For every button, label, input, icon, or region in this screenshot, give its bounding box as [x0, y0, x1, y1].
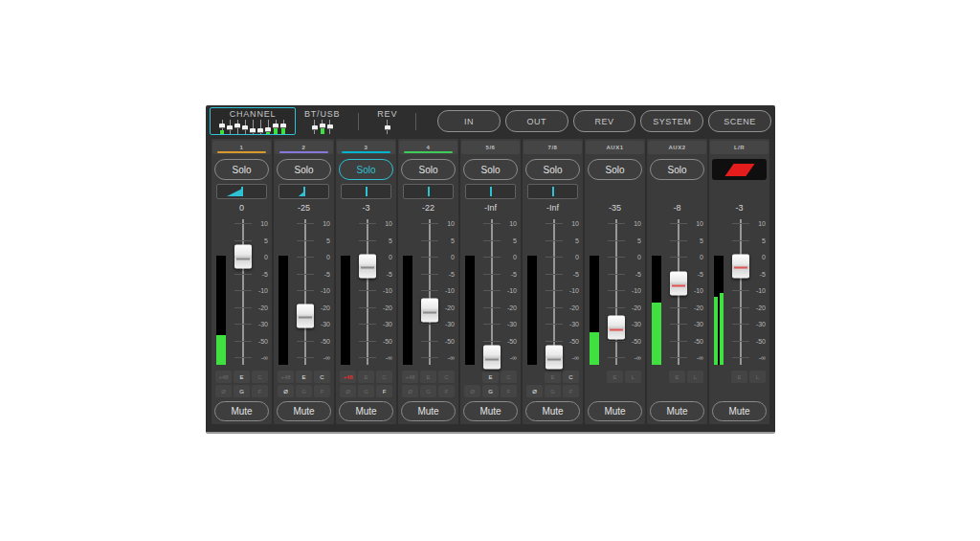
- channel-header-4[interactable]: 4: [399, 141, 457, 154]
- c-button[interactable]: C: [563, 371, 579, 383]
- c-button[interactable]: C: [376, 371, 392, 383]
- rev-button[interactable]: REV: [573, 110, 636, 132]
- e-button[interactable]: E: [420, 371, 436, 383]
- solo-button[interactable]: Solo: [339, 159, 393, 180]
- pan-control[interactable]: [403, 184, 454, 199]
- l-button[interactable]: L: [625, 371, 641, 383]
- pan-wedge-icon: [227, 189, 242, 196]
- solo-button[interactable]: Solo: [650, 159, 704, 180]
- fader-cap[interactable]: [359, 254, 376, 278]
- scale-tick: [670, 324, 687, 325]
- mute-button[interactable]: Mute: [401, 401, 456, 421]
- mute-row: Mute: [712, 401, 767, 421]
- l-button[interactable]: L: [749, 371, 766, 383]
- --button[interactable]: Ø: [340, 385, 356, 397]
- mute-button[interactable]: Mute: [463, 401, 518, 421]
- g-button[interactable]: G: [234, 385, 250, 397]
- e-button[interactable]: E: [296, 371, 312, 383]
- channel-header-5-6[interactable]: 5/6: [461, 141, 520, 154]
- out-button[interactable]: OUT: [505, 110, 568, 132]
- scale-tick: [546, 274, 563, 275]
- channel-strip-1: 1Solo01050-5-10-20-30-50-∞+48ECØGFMute: [212, 139, 272, 424]
- solo-button[interactable]: Solo: [401, 159, 456, 180]
- scale-label: 0: [451, 254, 455, 260]
- tab-rev[interactable]: REV: [368, 107, 406, 135]
- c-button[interactable]: C: [252, 371, 268, 383]
- mute-button[interactable]: Mute: [525, 401, 580, 421]
- fader-cap[interactable]: [546, 346, 563, 370]
- --button[interactable]: Ø: [278, 385, 294, 397]
- f-button[interactable]: F: [314, 385, 330, 397]
- pan-control[interactable]: [341, 184, 391, 199]
- g-button[interactable]: G: [296, 385, 312, 397]
- -48-button[interactable]: +48: [278, 371, 294, 383]
- solo-button[interactable]: Solo: [525, 159, 580, 180]
- mute-button[interactable]: Mute: [339, 401, 393, 421]
- channel-header-1[interactable]: 1: [212, 141, 271, 154]
- --button[interactable]: Ø: [402, 385, 418, 397]
- system-button[interactable]: SYSTEM: [640, 110, 703, 132]
- pan-control[interactable]: [278, 184, 329, 199]
- -48-button[interactable]: +48: [340, 371, 356, 383]
- fader-cap[interactable]: [297, 304, 314, 327]
- solo-button[interactable]: Solo: [588, 159, 642, 180]
- e-button[interactable]: E: [234, 371, 250, 383]
- fader-cap[interactable]: [670, 272, 687, 296]
- channel-header-l-r[interactable]: L/R: [710, 141, 768, 154]
- e-button[interactable]: E: [545, 371, 561, 383]
- fader-cap[interactable]: [421, 299, 438, 323]
- g-button[interactable]: G: [545, 385, 561, 397]
- tab-bt-usb[interactable]: BT/USB: [296, 107, 348, 135]
- solo-button[interactable]: Solo: [463, 159, 518, 180]
- e-button[interactable]: E: [669, 371, 685, 383]
- fader-cap[interactable]: [483, 346, 501, 370]
- f-button[interactable]: F: [501, 385, 517, 397]
- scale-tick: [732, 290, 749, 291]
- c-button[interactable]: C: [501, 371, 517, 383]
- l-button[interactable]: L: [687, 371, 703, 383]
- channel-header-2[interactable]: 2: [275, 141, 333, 154]
- g-button[interactable]: G: [358, 385, 374, 397]
- solo-row: Solo: [588, 159, 642, 180]
- pan-control[interactable]: [216, 184, 267, 199]
- pan-center-line: [552, 187, 554, 197]
- scene-button[interactable]: SCENE: [708, 110, 771, 132]
- f-button[interactable]: F: [376, 385, 392, 397]
- solo-button[interactable]: Solo: [214, 159, 269, 180]
- pan-control[interactable]: [527, 184, 578, 199]
- solo-button[interactable]: Solo: [277, 159, 331, 180]
- --button[interactable]: Ø: [464, 385, 480, 397]
- mute-button[interactable]: Mute: [214, 401, 269, 421]
- channel-header-7-8[interactable]: 7/8: [523, 141, 582, 154]
- -48-button[interactable]: +48: [215, 371, 232, 383]
- mute-button[interactable]: Mute: [277, 401, 331, 421]
- fader-cap[interactable]: [608, 316, 625, 340]
- scale-tick: [421, 324, 438, 325]
- channel-header-aux1[interactable]: AUX1: [586, 141, 644, 154]
- e-button[interactable]: E: [731, 371, 747, 383]
- tab-channel[interactable]: CHANNEL: [210, 107, 296, 135]
- channel-header-aux2[interactable]: AUX2: [648, 141, 706, 154]
- g-button[interactable]: G: [482, 385, 499, 397]
- channel-header-3[interactable]: 3: [337, 141, 395, 154]
- e-button[interactable]: E: [607, 371, 623, 383]
- f-button[interactable]: F: [438, 385, 455, 397]
- --button[interactable]: Ø: [526, 385, 543, 397]
- fader-cap[interactable]: [234, 245, 252, 269]
- f-button[interactable]: F: [252, 385, 268, 397]
- mute-button[interactable]: Mute: [650, 401, 704, 421]
- e-button[interactable]: E: [358, 371, 374, 383]
- mute-button[interactable]: Mute: [588, 401, 642, 421]
- --button[interactable]: Ø: [215, 385, 232, 397]
- in-button[interactable]: IN: [437, 110, 501, 132]
- c-button[interactable]: C: [314, 371, 330, 383]
- c-button[interactable]: C: [438, 371, 455, 383]
- -48-button[interactable]: +48: [402, 371, 418, 383]
- fader-cap[interactable]: [732, 254, 749, 278]
- g-button[interactable]: G: [420, 385, 436, 397]
- pan-control[interactable]: [465, 184, 516, 199]
- mute-button[interactable]: Mute: [712, 401, 767, 421]
- f-button[interactable]: F: [563, 385, 579, 397]
- e-button[interactable]: E: [482, 371, 499, 383]
- pan-center-line: [490, 187, 492, 197]
